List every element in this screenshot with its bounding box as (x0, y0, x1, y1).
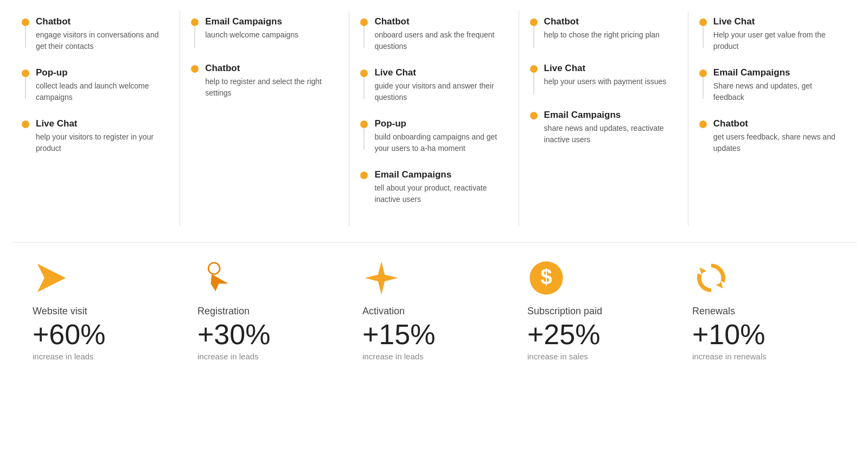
timeline-dot (699, 121, 707, 128)
metric-label: Renewals (692, 306, 735, 317)
item-title: Chatbot (36, 16, 163, 27)
dot-container (360, 67, 368, 99)
item-title: Live Chat (36, 118, 163, 129)
timeline-item: Pop-upcollect leads and launch welcome c… (22, 67, 163, 103)
item-title: Chatbot (374, 16, 502, 27)
item-content: Chatbothelp to register and select the r… (205, 63, 333, 99)
item-desc: engage visitors in conversations and get… (36, 29, 163, 52)
timeline-item: Chatbotengage visitors in conversations … (22, 16, 163, 52)
item-content: Pop-upcollect leads and launch welcome c… (36, 67, 163, 103)
dot-container (699, 67, 707, 99)
timeline-line (363, 128, 365, 150)
item-title: Live Chat (374, 67, 502, 78)
dot-container (191, 63, 199, 73)
item-title: Live Chat (544, 63, 672, 74)
dot-container (699, 16, 707, 48)
item-desc: collect leads and launch welcome campaig… (36, 80, 163, 103)
dot-container (699, 118, 707, 128)
timeline-dot (22, 121, 29, 128)
timeline-line (363, 26, 365, 48)
metric-value: +30% (197, 320, 270, 349)
item-content: Chatbotget users feedback, share news an… (713, 118, 841, 154)
metric-column-registration: Registration+30%increase in leads (187, 259, 352, 361)
item-content: Email Campaignslaunch welcome campaigns (205, 16, 333, 41)
item-desc: help your users with payment issues (544, 76, 672, 87)
arrow-icon (33, 259, 71, 297)
item-desc: Share news and updates, get feedback (713, 80, 841, 103)
timeline-dot (360, 18, 368, 26)
dot-container (530, 110, 538, 119)
dot-container (22, 118, 29, 128)
item-title: Email Campaigns (205, 16, 333, 27)
item-desc: tell about your product, reactivate inac… (374, 182, 502, 205)
item-title: Email Campaigns (544, 110, 672, 121)
timeline-item: Chatbotget users feedback, share news an… (699, 118, 841, 154)
metric-column-subscription-paid: $Subscription paid+25%increase in sales (516, 259, 681, 361)
timeline-dot (360, 172, 368, 179)
item-desc: build onboarding campaigns and get your … (374, 131, 502, 154)
dot-container (360, 118, 368, 150)
item-desc: get users feedback, share news and updat… (713, 131, 841, 154)
metric-sublabel: increase in sales (527, 352, 588, 361)
item-content: Live Chathelp your visitors to register … (36, 118, 163, 154)
svg-marker-2 (211, 274, 228, 292)
column-subscription-paid: Chatbothelp to chose the right pricing p… (519, 11, 688, 226)
metric-sublabel: increase in renewals (692, 352, 767, 361)
timeline-item: Chatbothelp to register and select the r… (191, 63, 333, 99)
item-desc: Help your user get value from the produc… (713, 29, 841, 52)
item-title: Chatbot (205, 63, 333, 74)
dot-container (360, 16, 368, 48)
metric-sublabel: increase in leads (33, 352, 94, 361)
timeline-line (703, 77, 704, 99)
item-content: Chatbotengage visitors in conversations … (36, 16, 163, 52)
item-content: Live Chatguide your visitors and answer … (374, 67, 502, 103)
timeline-dot (22, 69, 29, 77)
metric-label: Website visit (33, 306, 87, 317)
metric-label: Activation (362, 306, 405, 317)
timeline-line (363, 77, 365, 99)
timeline-dot (22, 18, 29, 26)
timeline-item: Email Campaignsshare news and updates, r… (530, 110, 672, 145)
timeline-dot (191, 65, 199, 73)
item-content: Live ChatHelp your user get value from t… (713, 16, 841, 52)
item-content: Email CampaignsShare news and updates, g… (713, 67, 841, 103)
column-activation: Chatbotonboard users and ask the frequen… (349, 11, 519, 226)
dot-container (22, 67, 29, 99)
svg-text:$: $ (540, 265, 552, 288)
dot-container (530, 63, 538, 94)
metric-value: +10% (692, 320, 765, 349)
item-desc: help to chose the right pricing plan (544, 29, 672, 41)
timeline-line (25, 26, 26, 48)
item-content: Chatbothelp to chose the right pricing p… (544, 16, 672, 41)
dot-container (22, 16, 29, 48)
timeline-item: Live Chathelp your visitors to register … (22, 118, 163, 154)
item-title: Email Campaigns (713, 67, 841, 78)
timeline-item: Email Campaignstell about your product, … (360, 169, 502, 205)
dot-container (530, 16, 538, 48)
metric-sublabel: increase in leads (197, 352, 259, 361)
timeline-item: Email CampaignsShare news and updates, g… (699, 67, 841, 103)
item-desc: help your visitors to register in your p… (36, 131, 163, 154)
dot-container (360, 169, 368, 179)
item-title: Chatbot (713, 118, 841, 129)
item-desc: onboard users and ask the frequent quest… (374, 29, 502, 52)
item-content: Pop-upbuild onboarding campaigns and get… (374, 118, 502, 154)
column-renewals: Live ChatHelp your user get value from t… (688, 11, 857, 226)
timeline-dot (699, 69, 707, 77)
column-registration: Email Campaignslaunch welcome campaignsC… (180, 11, 349, 226)
item-desc: launch welcome campaigns (205, 29, 333, 41)
timeline-dot (360, 69, 368, 77)
metric-column-website-visit: Website visit+60%increase in leads (22, 259, 187, 361)
cursor-icon (197, 259, 235, 297)
item-title: Pop-up (36, 67, 163, 78)
item-title: Pop-up (374, 118, 502, 129)
item-title: Email Campaigns (374, 169, 502, 180)
timeline-dot (699, 18, 707, 26)
timeline-dot (530, 18, 538, 26)
item-title: Chatbot (544, 16, 672, 27)
columns-section: Chatbotengage visitors in conversations … (11, 11, 857, 243)
column-website-visit: Chatbotengage visitors in conversations … (11, 11, 180, 226)
timeline-dot (360, 121, 368, 128)
metric-value: +25% (527, 320, 600, 349)
metric-value: +15% (362, 320, 435, 349)
